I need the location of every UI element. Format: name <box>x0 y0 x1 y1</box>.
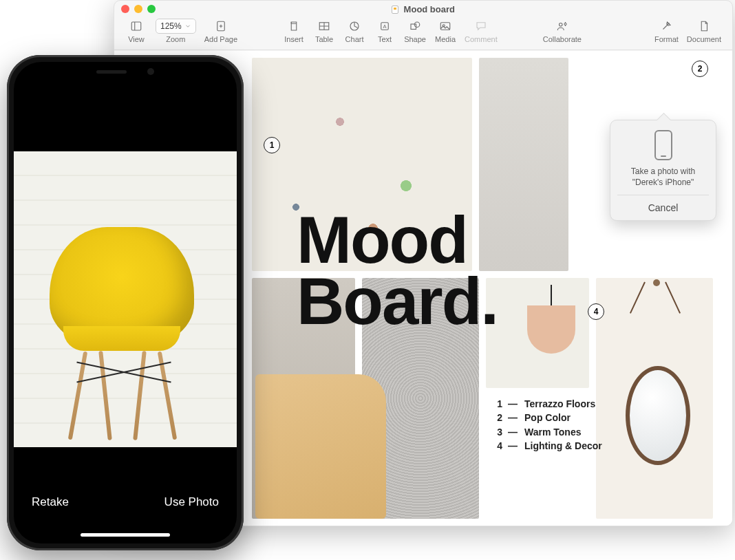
toolbar-format[interactable]: Format <box>650 19 683 43</box>
toolbar-shape-label: Shape <box>404 35 426 43</box>
popover-text: Take a photo with "Derek's iPhone" <box>617 166 709 188</box>
note-label: Terrazzo Floors <box>524 397 595 411</box>
toolbar-text[interactable]: A Text <box>370 19 400 43</box>
note-num: 2 <box>493 411 502 424</box>
toolbar-shape[interactable]: Shape <box>400 19 430 43</box>
chair-photo <box>50 227 194 351</box>
toolbar-table[interactable]: Table <box>309 19 339 43</box>
toolbar-insert[interactable]: Insert <box>279 19 309 43</box>
note-num: 1 <box>493 397 502 411</box>
note-label: Pop Color <box>524 411 571 424</box>
toolbar-table-label: Table <box>315 35 333 43</box>
page-title-line2: Board. <box>297 270 498 332</box>
iphone-notch <box>67 62 184 81</box>
camera-preview <box>14 151 237 447</box>
toolbar-view[interactable]: View <box>121 19 151 43</box>
document-icon <box>392 6 398 14</box>
toolbar-media[interactable]: Media <box>430 19 460 43</box>
toolbar-media-label: Media <box>435 35 456 43</box>
toolbar-document-label: Document <box>687 35 721 43</box>
svg-point-15 <box>559 23 562 27</box>
note-label: Warm Tones <box>524 425 581 439</box>
home-indicator[interactable] <box>81 533 170 537</box>
image-mirror[interactable] <box>613 354 703 477</box>
phone-icon <box>654 130 672 160</box>
toolbar-chart-label: Chart <box>345 35 364 43</box>
use-photo-button[interactable]: Use Photo <box>164 495 219 509</box>
retake-button[interactable]: Retake <box>32 495 69 509</box>
svg-point-16 <box>564 23 566 25</box>
note-num: 4 <box>493 439 502 453</box>
svg-rect-0 <box>131 22 141 30</box>
window-title-text: Mood board <box>404 4 455 14</box>
toolbar-collaborate[interactable]: Collaborate <box>539 19 586 43</box>
toolbar-add-page-label: Add Page <box>204 35 237 43</box>
iphone-device: Retake Use Photo <box>7 55 244 550</box>
toolbar-comment-label: Comment <box>465 35 498 43</box>
toolbar-chart[interactable]: Chart <box>339 19 370 43</box>
note-row: 3— Warm Tones <box>493 425 602 439</box>
window-title: Mood board <box>114 4 732 14</box>
image-lamp[interactable] <box>520 285 582 360</box>
toolbar-view-label: View <box>128 35 145 43</box>
note-label: Lighting & Decor <box>524 439 602 453</box>
callout-4: 4 <box>588 303 604 320</box>
image-sofa[interactable] <box>255 374 386 519</box>
toolbar-zoom[interactable]: 125% Zoom <box>151 19 200 43</box>
note-row: 4— Lighting & Decor <box>493 439 602 453</box>
toolbar: View 125% Zoom Add Page Insert Table Cha… <box>114 17 732 50</box>
note-row: 1— Terrazzo Floors <box>493 397 602 411</box>
notes-list[interactable]: 1— Terrazzo Floors 2— Pop Color 3— Warm … <box>493 397 602 453</box>
callout-2: 2 <box>692 61 708 77</box>
toolbar-text-label: Text <box>378 35 392 43</box>
note-row: 2— Pop Color <box>493 411 602 424</box>
chevron-down-icon <box>184 23 191 30</box>
svg-point-12 <box>414 22 420 28</box>
mirror-peg <box>653 279 660 286</box>
titlebar: Mood board <box>114 1 732 17</box>
page-title[interactable]: Mood Board. <box>297 209 498 332</box>
toolbar-comment[interactable]: Comment <box>460 19 502 43</box>
toolbar-collaborate-label: Collaborate <box>543 35 582 43</box>
toolbar-document[interactable]: Document <box>683 19 725 43</box>
svg-text:A: A <box>383 23 387 30</box>
callout-1: 1 <box>264 137 280 153</box>
page-title-line1: Mood <box>297 209 498 270</box>
toolbar-format-label: Format <box>654 35 679 43</box>
toolbar-add-page[interactable]: Add Page <box>200 19 242 43</box>
note-num: 3 <box>493 425 502 439</box>
toolbar-zoom-label: Zoom <box>166 35 185 43</box>
zoom-value: 125% <box>160 21 182 31</box>
continuity-camera-popover: Take a photo with "Derek's iPhone" Cance… <box>610 120 716 221</box>
toolbar-insert-label: Insert <box>284 35 303 43</box>
popover-cancel-button[interactable]: Cancel <box>617 195 709 220</box>
